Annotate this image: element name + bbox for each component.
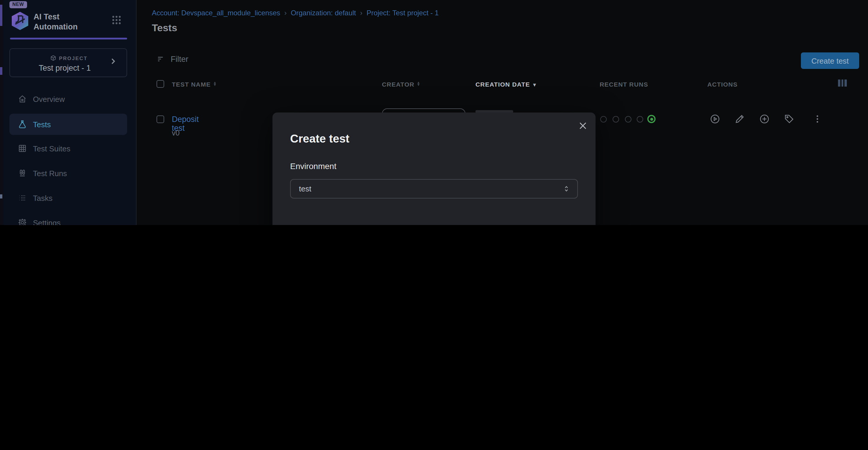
filter-lines-icon xyxy=(157,55,165,64)
tag-icon[interactable] xyxy=(784,114,795,124)
column-label: CREATION DATE xyxy=(475,81,530,88)
project-selector-label-text: PROJECT xyxy=(59,55,87,61)
environment-label: Environment xyxy=(290,161,336,171)
sort-arrows-icon: ▲▼ xyxy=(416,81,421,86)
plus-circle-icon[interactable] xyxy=(759,114,770,124)
test-version: v0 xyxy=(172,129,180,137)
sort-desc-icon: ▼ xyxy=(532,82,537,88)
column-header-creator[interactable]: CREATOR▲▼ xyxy=(382,81,421,88)
breadcrumb-separator: › xyxy=(360,9,363,17)
rail-accent-top xyxy=(0,5,2,26)
sidebar-item-tasks[interactable]: Tasks xyxy=(9,187,127,208)
app-logo-icon xyxy=(10,11,29,31)
recent-run-dot[interactable] xyxy=(625,116,631,122)
breadcrumb: Account: Devspace_all_module_licenses›Or… xyxy=(152,9,439,17)
environment-select-value: test xyxy=(299,185,311,193)
sidebar: NEW AI Test Automation PROJECT Test pro xyxy=(3,0,136,225)
project-selector[interactable]: PROJECT Test project - 1 xyxy=(9,48,127,77)
kebab-menu-icon[interactable] xyxy=(812,114,823,124)
create-test-modal: Create test Environment test Start URL T… xyxy=(273,113,595,225)
column-label: ACTIONS xyxy=(707,81,738,88)
recent-run-dot[interactable] xyxy=(613,116,619,122)
task-list-icon xyxy=(18,193,27,203)
sidebar-item-tests[interactable]: Tests xyxy=(9,114,127,135)
home-icon xyxy=(18,94,27,104)
breadcrumb-project-link[interactable]: Project: Test project - 1 xyxy=(367,9,439,17)
row-checkbox[interactable] xyxy=(157,115,164,123)
app-switcher-grid-icon[interactable] xyxy=(112,15,121,25)
select-all-checkbox[interactable] xyxy=(157,80,164,88)
app-title-line2: Automation xyxy=(34,22,98,32)
close-icon[interactable] xyxy=(578,121,588,131)
environment-select[interactable]: test xyxy=(290,179,578,198)
column-header-actions: ACTIONS xyxy=(707,81,738,88)
column-header-test-name[interactable]: TEST NAME▲▼ xyxy=(172,81,217,88)
page-title: Tests xyxy=(152,22,177,34)
breadcrumb-account-link[interactable]: Account: Devspace_all_module_licenses xyxy=(152,9,280,17)
breadcrumb-org-link[interactable]: Organization: default xyxy=(291,9,356,17)
select-chevrons-icon xyxy=(563,185,570,193)
play-circle-icon[interactable] xyxy=(710,114,720,124)
modal-title: Create test xyxy=(290,132,349,145)
sort-arrows-icon: ▲▼ xyxy=(213,81,217,86)
project-selector-value: Test project - 1 xyxy=(10,64,120,73)
sidebar-item-label: Test Runs xyxy=(33,169,67,177)
rail-accent-lower xyxy=(0,194,2,198)
app-title: AI Test Automation xyxy=(34,12,98,32)
sidebar-item-label: Tests xyxy=(33,120,51,129)
sidebar-item-label: Test Suites xyxy=(33,144,70,153)
edit-pencil-icon[interactable] xyxy=(735,114,745,124)
app-root: NEW AI Test Automation PROJECT Test pro xyxy=(0,0,868,225)
column-settings-icon[interactable] xyxy=(838,80,846,87)
app-title-line1: AI Test xyxy=(34,12,98,22)
sidebar-item-settings[interactable]: Settings xyxy=(9,212,127,225)
filter-button[interactable]: Filter xyxy=(157,55,188,64)
brand-divider xyxy=(10,38,127,39)
flask-icon xyxy=(18,119,27,129)
sidebar-item-test-runs[interactable]: Test Runs xyxy=(9,163,127,184)
rail-accent-mid xyxy=(0,67,2,75)
left-rail xyxy=(0,0,3,225)
column-header-creation-date[interactable]: CREATION DATE ▼ xyxy=(475,81,537,88)
column-header-recent-runs: RECENT RUNS xyxy=(600,81,648,88)
filter-label: Filter xyxy=(170,55,188,64)
sidebar-item-label: Overview xyxy=(33,94,65,103)
grid-table-icon xyxy=(18,144,27,153)
gear-icon xyxy=(18,218,27,225)
column-label: TEST NAME xyxy=(172,81,211,88)
create-test-button-toolbar[interactable]: Create test xyxy=(801,52,859,69)
cube-icon xyxy=(50,55,57,61)
recent-run-dot-passed[interactable] xyxy=(647,115,656,123)
column-label: CREATOR xyxy=(382,81,414,88)
chevron-right-icon xyxy=(109,57,117,65)
new-badge: NEW xyxy=(9,1,27,8)
recent-run-dot[interactable] xyxy=(637,116,643,122)
sidebar-item-label: Tasks xyxy=(33,194,52,202)
sidebar-item-overview[interactable]: Overview xyxy=(9,88,127,110)
column-label: RECENT RUNS xyxy=(600,81,648,88)
breadcrumb-separator: › xyxy=(284,9,287,17)
test-runs-icon xyxy=(18,168,27,178)
sidebar-item-label: Settings xyxy=(33,218,61,225)
sidebar-item-test-suites[interactable]: Test Suites xyxy=(9,138,127,159)
recent-run-dot[interactable] xyxy=(600,116,607,122)
